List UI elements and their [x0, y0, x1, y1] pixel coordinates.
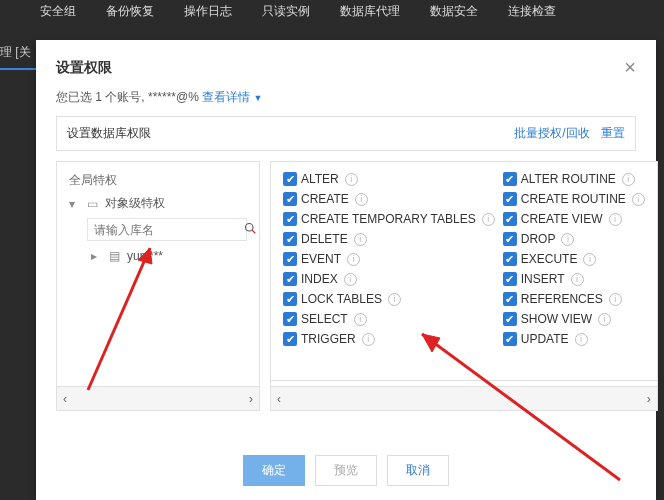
- view-details-link[interactable]: 查看详情: [202, 90, 250, 104]
- perm-label: SELECT: [301, 312, 348, 326]
- checkbox-icon[interactable]: ✔: [503, 312, 517, 326]
- tree-node-object[interactable]: ▾ ▭ 对象级特权: [69, 195, 247, 212]
- perm-create[interactable]: ✔CREATEi: [283, 192, 495, 206]
- info-icon[interactable]: i: [482, 213, 495, 226]
- perm-drop[interactable]: ✔DROPi: [503, 232, 645, 246]
- info-icon[interactable]: i: [354, 233, 367, 246]
- perm-update[interactable]: ✔UPDATEi: [503, 332, 645, 346]
- checkbox-icon[interactable]: ✔: [503, 232, 517, 246]
- info-icon[interactable]: i: [347, 253, 360, 266]
- chevron-down-icon: ▼: [254, 93, 263, 103]
- info-icon[interactable]: i: [598, 313, 611, 326]
- perm-label: CREATE ROUTINE: [521, 192, 626, 206]
- svg-point-0: [246, 224, 254, 232]
- info-icon[interactable]: i: [609, 213, 622, 226]
- info-icon[interactable]: i: [632, 193, 645, 206]
- perm-label: EXECUTE: [521, 252, 578, 266]
- cancel-button[interactable]: 取消: [387, 455, 449, 486]
- checkbox-icon[interactable]: ✔: [503, 332, 517, 346]
- perm-create-view[interactable]: ✔CREATE VIEWi: [503, 212, 645, 226]
- checkbox-icon[interactable]: ✔: [283, 252, 297, 266]
- checkbox-icon[interactable]: ✔: [283, 272, 297, 286]
- checkbox-icon[interactable]: ✔: [503, 172, 517, 186]
- perm-create-routine[interactable]: ✔CREATE ROUTINEi: [503, 192, 645, 206]
- checkbox-icon[interactable]: ✔: [503, 192, 517, 206]
- checkbox-icon[interactable]: ✔: [283, 172, 297, 186]
- perm-trigger[interactable]: ✔TRIGGERi: [283, 332, 495, 346]
- perm-label: REFERENCES: [521, 292, 603, 306]
- svg-line-1: [252, 230, 255, 233]
- checkbox-icon[interactable]: ✔: [503, 272, 517, 286]
- perm-execute[interactable]: ✔EXECUTEi: [503, 252, 645, 266]
- checkbox-icon[interactable]: ✔: [283, 292, 297, 306]
- info-icon[interactable]: i: [355, 193, 368, 206]
- info-icon[interactable]: i: [362, 333, 375, 346]
- perm-label: CREATE: [301, 192, 349, 206]
- chevron-down-icon: ▾: [69, 197, 79, 211]
- info-icon[interactable]: i: [344, 273, 357, 286]
- chevron-right-icon: ▸: [91, 249, 101, 263]
- info-icon[interactable]: i: [354, 313, 367, 326]
- perm-label: CREATE TEMPORARY TABLES: [301, 212, 476, 226]
- toolbar: 设置数据库权限 批量授权/回收 重置: [56, 116, 636, 151]
- scroll-left-icon[interactable]: ‹: [277, 392, 281, 406]
- scrollbar-h[interactable]: ‹ ›: [271, 386, 657, 410]
- info-icon[interactable]: i: [622, 173, 635, 186]
- perm-label: LOCK TABLES: [301, 292, 382, 306]
- perm-label: DROP: [521, 232, 556, 246]
- preview-button[interactable]: 预览: [315, 455, 377, 486]
- scroll-right-icon[interactable]: ›: [647, 392, 651, 406]
- perm-label: INDEX: [301, 272, 338, 286]
- checkbox-icon[interactable]: ✔: [283, 212, 297, 226]
- info-icon[interactable]: i: [571, 273, 584, 286]
- info-icon[interactable]: i: [345, 173, 358, 186]
- scroll-right-icon[interactable]: ›: [249, 392, 253, 406]
- perm-references[interactable]: ✔REFERENCESi: [503, 292, 645, 306]
- perm-create-temporary-tables[interactable]: ✔CREATE TEMPORARY TABLESi: [283, 212, 495, 226]
- bg-side: 理 [关: [0, 40, 40, 70]
- perm-label: CREATE VIEW: [521, 212, 603, 226]
- perm-lock-tables[interactable]: ✔LOCK TABLESi: [283, 292, 495, 306]
- info-icon[interactable]: i: [575, 333, 588, 346]
- info-icon[interactable]: i: [561, 233, 574, 246]
- modal-title: 设置权限: [56, 59, 112, 77]
- perm-select[interactable]: ✔SELECTi: [283, 312, 495, 326]
- modal: 设置权限 × 您已选 1 个账号, ******@% 查看详情 ▼ 设置数据库权…: [36, 40, 656, 500]
- checkbox-icon[interactable]: ✔: [283, 332, 297, 346]
- reset-link[interactable]: 重置: [601, 126, 625, 140]
- info-icon[interactable]: i: [583, 253, 596, 266]
- ok-button[interactable]: 确定: [243, 455, 305, 486]
- perm-label: ALTER: [301, 172, 339, 186]
- checkbox-icon[interactable]: ✔: [503, 252, 517, 266]
- selection-summary: 您已选 1 个账号, ******@% 查看详情 ▼: [36, 89, 656, 116]
- checkbox-icon[interactable]: ✔: [283, 232, 297, 246]
- batch-grant-link[interactable]: 批量授权/回收: [514, 126, 589, 140]
- checkbox-icon[interactable]: ✔: [503, 292, 517, 306]
- info-icon[interactable]: i: [388, 293, 401, 306]
- perm-label: INSERT: [521, 272, 565, 286]
- perm-event[interactable]: ✔EVENTi: [283, 252, 495, 266]
- scrollbar-h[interactable]: ‹ ›: [57, 386, 259, 410]
- close-icon[interactable]: ×: [624, 56, 636, 79]
- perm-delete[interactable]: ✔DELETEi: [283, 232, 495, 246]
- perm-label: TRIGGER: [301, 332, 356, 346]
- global-priv-label: 全局特权: [69, 172, 247, 189]
- folder-icon: ▭: [85, 197, 99, 211]
- tree-leaf-db[interactable]: ▸ ▤ yunj***: [91, 249, 247, 263]
- perm-index[interactable]: ✔INDEXi: [283, 272, 495, 286]
- perm-alter-routine[interactable]: ✔ALTER ROUTINEi: [503, 172, 645, 186]
- checkbox-icon[interactable]: ✔: [283, 312, 297, 326]
- perm-label: SHOW VIEW: [521, 312, 592, 326]
- search-input[interactable]: [94, 223, 244, 237]
- perm-show-view[interactable]: ✔SHOW VIEWi: [503, 312, 645, 326]
- checkbox-icon[interactable]: ✔: [503, 212, 517, 226]
- scroll-left-icon[interactable]: ‹: [63, 392, 67, 406]
- left-panel: 全局特权 ▾ ▭ 对象级特权 ▸ ▤ yunj***: [56, 161, 260, 411]
- perm-alter[interactable]: ✔ALTERi: [283, 172, 495, 186]
- info-icon[interactable]: i: [609, 293, 622, 306]
- search-icon[interactable]: [244, 222, 256, 237]
- bg-nav: 安全组备份恢复操作日志 只读实例数据库代理数据安全 连接检查: [0, 0, 664, 22]
- db-search[interactable]: [87, 218, 247, 241]
- checkbox-icon[interactable]: ✔: [283, 192, 297, 206]
- perm-insert[interactable]: ✔INSERTi: [503, 272, 645, 286]
